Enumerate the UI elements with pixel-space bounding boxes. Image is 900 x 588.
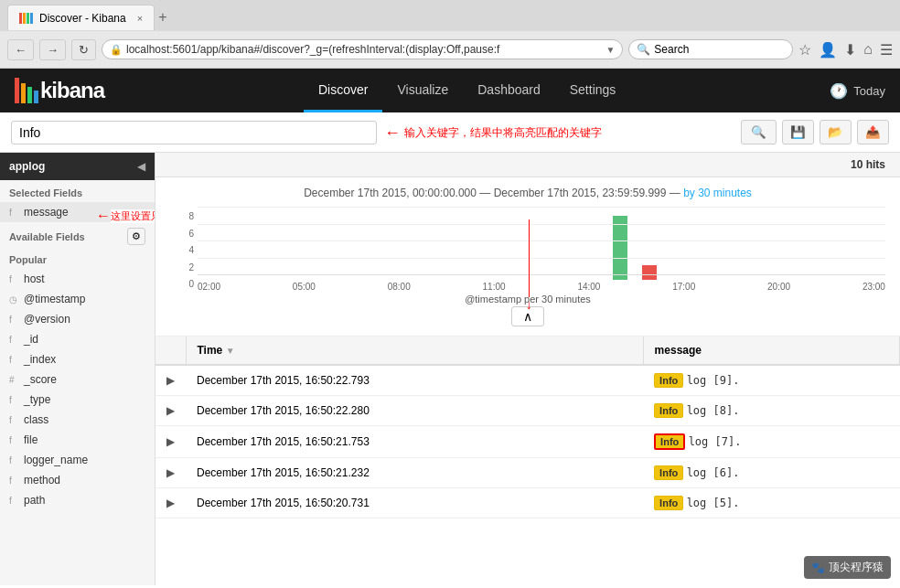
table-row: ▶ December 17th 2015, 16:50:22.793 Info … [155,365,900,396]
search-input-wrap[interactable] [11,121,377,144]
y-label-8: 8 [188,211,194,221]
table-row: ▶ December 17th 2015, 16:50:20.731 Info … [155,488,900,519]
row-time-3: December 17th 2015, 16:50:21.753 [197,435,370,448]
sidebar-field-file[interactable]: f file [0,430,155,450]
user-icon[interactable]: 👤 [819,41,837,59]
selected-fields-title: Selected Fields [0,180,155,202]
nav-settings[interactable]: Settings [555,69,631,112]
sidebar-field-logger[interactable]: f logger_name [0,450,155,470]
sidebar-field-class[interactable]: f class [0,410,155,430]
row-time-4: December 17th 2015, 16:50:21.232 [197,466,370,479]
info-badge-3: Info [654,433,685,450]
bookmark-icon[interactable]: ☆ [798,41,811,59]
today-label[interactable]: Today [853,84,885,98]
row-message-cell: Info log [6]. [643,458,899,488]
search-button[interactable]: 🔍 [741,120,777,144]
browser-search-bar[interactable]: 🔍 Search [628,39,793,59]
field-hint-text: 这里设置只展示一个字段 [111,209,155,223]
sidebar-field-timestamp[interactable]: ◷ @timestamp [0,289,155,309]
browser-chrome: Discover - Kibana × + ← → ↻ 🔒 localhost:… [0,0,900,69]
kibana-logo-text: kibana [40,78,104,103]
row-time-cell: December 17th 2015, 16:50:22.280 [186,396,643,426]
time-col-header[interactable]: Time ▼ [186,337,643,365]
row-time-1: December 17th 2015, 16:50:22.793 [197,374,370,387]
time-range: December 17th 2015, 00:00:00.000 — Decem… [170,187,885,199]
row-expand-cell: ▶ [155,488,186,519]
tab-close-button[interactable]: × [137,13,143,24]
watermark-icon: 🐾 [811,561,825,574]
sidebar-toggle[interactable]: ◀ [137,160,145,173]
url-text: localhost:5601/app/kibana#/discover?_g=(… [126,43,602,56]
fields-gear-button[interactable]: ⚙ [127,228,145,245]
nav-bar: ← → ↻ 🔒 localhost:5601/app/kibana#/disco… [0,31,900,68]
sidebar-field-type[interactable]: f _type [0,390,155,410]
chart-bars-container: 02:00 05:00 08:00 11:00 14:00 17:00 20:0… [198,207,885,292]
active-tab[interactable]: Discover - Kibana × [7,5,155,30]
back-button[interactable]: ← [7,39,34,60]
time-col-label: Time [198,344,223,357]
url-bar[interactable]: 🔒 localhost:5601/app/kibana#/discover?_g… [102,39,623,59]
nav-discover[interactable]: Discover [304,69,382,112]
sidebar-field-path[interactable]: f path [0,490,155,510]
search-icon: 🔍 [637,43,650,56]
row-time-5: December 17th 2015, 16:50:20.731 [197,497,370,509]
y-label-2: 2 [188,262,194,273]
kibana-header-right: 🕐 Today [830,82,885,100]
sidebar-field-method[interactable]: f method [0,470,155,490]
by-minutes-link[interactable]: by 30 minutes [683,187,752,199]
kibana-favicon [19,13,33,24]
table-header: Time ▼ message [155,337,900,365]
sidebar-field-version[interactable]: f @version [0,309,155,329]
load-search-button[interactable]: 📂 [820,120,852,144]
expand-button[interactable]: ▶ [166,435,175,448]
time-range-dash: — [670,187,683,199]
expand-button[interactable]: ▶ [166,497,175,509]
main-layout: applog ◀ Selected Fields f message ← 这里设… [0,153,900,585]
expand-button[interactable]: ▶ [166,466,175,479]
expand-button[interactable]: ▶ [166,404,175,417]
nav-dashboard[interactable]: Dashboard [463,69,555,112]
y-axis: 8 6 4 2 0 [170,207,198,289]
expand-button[interactable]: ▶ [166,374,175,387]
index-name[interactable]: applog [9,160,45,173]
tab-bar: Discover - Kibana × + [0,0,900,31]
y-label-0: 0 [188,279,194,289]
x-label-1700: 17:00 [672,282,695,292]
url-dropdown-icon[interactable]: ▼ [605,45,615,55]
available-fields-header: Available Fields ⚙ [0,222,155,247]
red-vertical-line [529,219,530,297]
new-tab-button[interactable]: + [158,9,166,26]
kibana-header: kibana Discover Visualize Dashboard Sett… [0,69,900,112]
forward-button[interactable]: → [39,39,66,60]
save-search-button[interactable]: 💾 [782,120,814,144]
x-axis: 02:00 05:00 08:00 11:00 14:00 17:00 20:0… [198,282,885,292]
x-label-2300: 23:00 [862,282,885,292]
tab-title: Discover - Kibana [39,12,126,25]
menu-icon[interactable]: ☰ [880,41,893,59]
search-input[interactable] [19,125,369,140]
nav-visualize[interactable]: Visualize [382,69,463,112]
search-bar-container: ← 输入关键字，结果中将高亮匹配的关键字 🔍 💾 📂 📤 [0,112,900,153]
sidebar-field-score[interactable]: # _score [0,369,155,390]
share-button[interactable]: 📤 [857,120,889,144]
down-arrow-icon: ↓ [526,297,532,312]
sidebar-field-index[interactable]: f _index [0,349,155,369]
download-icon[interactable]: ⬇ [844,41,856,59]
row-time-2: December 17th 2015, 16:50:22.280 [197,404,370,417]
home-icon[interactable]: ⌂ [863,41,873,58]
row-expand-cell: ▶ [155,458,186,488]
kibana-logo: kibana [15,78,104,103]
log-text-4: log [6]. [687,466,740,479]
sidebar-field-host[interactable]: f host [0,269,155,289]
results-table-container: Time ▼ message ▶ December 17th 2015, 16:… [155,337,900,519]
message-col-label: message [655,344,702,357]
results-table: Time ▼ message ▶ December 17th 2015, 16:… [155,337,900,519]
x-label-1400: 14:00 [577,282,600,292]
expand-col-header [155,337,186,365]
field-type-icon: f [9,208,20,218]
info-badge-5: Info [654,496,683,510]
x-label-0500: 05:00 [293,282,316,292]
row-time-cell: December 17th 2015, 16:50:21.753 [186,426,643,458]
sidebar-field-id[interactable]: f _id [0,329,155,349]
refresh-button[interactable]: ↻ [71,39,96,60]
